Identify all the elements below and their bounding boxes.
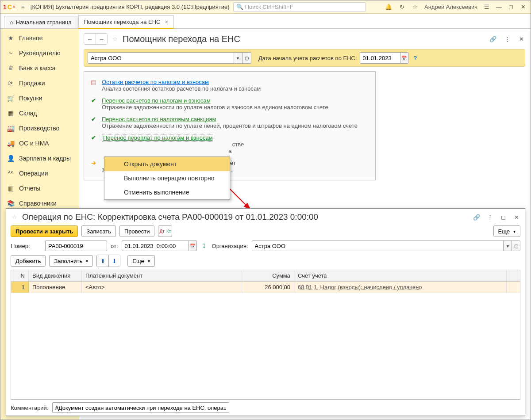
sidebar-item-1[interactable]: ～Руководителю: [0, 46, 78, 61]
org-open-icon[interactable]: ▢: [242, 53, 251, 63]
org-field[interactable]: ▾ ▢: [252, 241, 520, 251]
global-search[interactable]: 🔍 Поиск Ctrl+Shift+F: [233, 2, 366, 12]
cell-sum: 26 000,00: [241, 282, 294, 293]
sidebar-item-0[interactable]: ★Главное: [0, 31, 78, 46]
sidebar-item-8[interactable]: 👤Зарплата и кадры: [0, 151, 78, 166]
org-open-sub-icon[interactable]: ▢: [512, 241, 520, 251]
sidebar-item-10[interactable]: ▥Отчеты: [0, 181, 78, 196]
save-button[interactable]: Записать: [81, 225, 116, 237]
comment-field[interactable]: [52, 402, 229, 413]
col-kind[interactable]: Вид движения: [29, 270, 82, 281]
history-icon[interactable]: ↻: [398, 3, 406, 11]
sidebar-item-3[interactable]: 🛍Продажи: [0, 76, 78, 91]
sidebar-icon: ᴬᴷ: [7, 169, 15, 177]
doc-grid-toolbar: Добавить Заполнить ⬆ ⬇ Еще: [6, 253, 525, 270]
star-icon[interactable]: ☆: [411, 3, 419, 11]
tab-assistant[interactable]: Помощник перехода на ЕНС ×: [78, 15, 174, 29]
step-link[interactable]: Перенос расчетов по налоговым санкциям: [102, 116, 216, 122]
org-input-sub[interactable]: [252, 241, 504, 251]
close-icon[interactable]: ✕: [521, 4, 528, 11]
sidebar-item-5[interactable]: ▦Склад: [0, 106, 78, 121]
context-menu: Открыть документВыполнить операцию повто…: [104, 157, 230, 200]
bell-icon[interactable]: 🔔: [385, 3, 392, 11]
org-label: Организация:: [212, 243, 248, 249]
doc-fields-row: Номер: от: 📅 ↧ Организация: ▾ ▢: [6, 239, 525, 253]
col-acct[interactable]: Счет учета: [294, 270, 507, 281]
col-sum[interactable]: Сумма: [241, 270, 294, 281]
doc-grid[interactable]: N Вид движения Платежный документ Сумма …: [11, 270, 520, 400]
date-label: Дата начала учета расчетов по ЕНС:: [258, 55, 357, 61]
doc-star-icon[interactable]: ☆: [11, 213, 19, 221]
sidebar-item-2[interactable]: ₽Банк и касса: [0, 61, 78, 76]
titlebar: 1C≡ ≡ [КОПИЯ] Бухгалтерия предприятия КО…: [0, 0, 531, 14]
num-field[interactable]: [45, 241, 107, 251]
fill-button[interactable]: Заполнить: [49, 255, 93, 267]
sidebar-icon: 🛍: [7, 79, 15, 87]
tab-assistant-label: Помощник перехода на ЕНС: [84, 19, 161, 25]
step-link[interactable]: Остатки расчетов по налогам и взносам: [102, 79, 209, 85]
nav-back-button[interactable]: ←: [84, 34, 96, 44]
num-input[interactable]: [46, 241, 107, 251]
sidebar-item-9[interactable]: ᴬᴷОперации: [0, 166, 78, 181]
date-input[interactable]: [360, 53, 400, 63]
org-dropdown-icon[interactable]: ▾: [234, 53, 242, 63]
cell-kind: Пополнение: [29, 282, 82, 293]
step-link[interactable]: Перенос переплат по налогам и взносам: [102, 134, 214, 141]
doc-kebab-icon[interactable]: ⋮: [486, 213, 494, 221]
context-menu-item-2[interactable]: Отменить выполнение: [104, 185, 230, 199]
sidebar-icon: 📚: [7, 199, 15, 207]
table-row[interactable]: 1Пополнение<Авто>26 000,0068.01.1, Налог…: [11, 282, 520, 293]
menu-icon[interactable]: ≡: [19, 3, 27, 11]
dtKt-button[interactable]: ДтКт: [158, 225, 172, 237]
kebab-icon[interactable]: ⋮: [503, 35, 511, 43]
sidebar-item-4[interactable]: 🛒Покупки: [0, 91, 78, 106]
page-header: ← → ☆ Помощник перехода на ЕНС 🔗 ⋮ ✕: [78, 29, 531, 47]
post-and-close-button[interactable]: Провести и закрыть: [11, 225, 78, 237]
minimize-icon[interactable]: —: [496, 4, 503, 11]
favorite-star-icon[interactable]: ☆: [111, 35, 119, 43]
acct-link[interactable]: 68.01.1, Налог (взносы): начислено / упл…: [298, 284, 422, 290]
more-button-2[interactable]: Еще: [127, 255, 154, 267]
org-date-bar: ▾ ▢ Дата начала учета расчетов по ЕНС: 📅…: [84, 49, 525, 67]
comment-label: Комментарий:: [11, 405, 49, 411]
from-calendar-icon[interactable]: 📅: [189, 241, 196, 251]
context-menu-item-0[interactable]: Открыть документ: [104, 157, 230, 171]
tab-home[interactable]: ⌂ Начальная страница: [4, 16, 77, 28]
check-icon: ✔: [89, 134, 97, 154]
nav-forward-button[interactable]: →: [96, 34, 107, 44]
home-icon: ⌂: [10, 19, 13, 26]
cell-acct: 68.01.1, Налог (взносы): начислено / упл…: [294, 282, 507, 293]
context-menu-item-1[interactable]: Выполнить операцию повторно: [104, 171, 230, 185]
doc-close-icon[interactable]: ✕: [512, 213, 520, 221]
doc-maximize-icon[interactable]: ◻: [499, 213, 507, 221]
help-icon[interactable]: ?: [414, 55, 417, 61]
user-name[interactable]: Андрей Алексеевич: [424, 4, 477, 10]
sidebar-item-7[interactable]: 🚚ОС и НМА: [0, 136, 78, 151]
step-link[interactable]: Перенос расчетов по налогам и взносам: [102, 97, 211, 104]
more-button-1[interactable]: Еще: [493, 225, 520, 237]
org-dropdown-sub-icon[interactable]: ▾: [503, 241, 512, 251]
add-button[interactable]: Добавить: [11, 255, 46, 267]
page-close-icon[interactable]: ✕: [517, 35, 525, 43]
col-doc[interactable]: Платежный документ: [82, 270, 241, 281]
sidebar-item-6[interactable]: 🏭Производство: [0, 121, 78, 136]
org-input[interactable]: [88, 53, 234, 63]
col-n[interactable]: N: [11, 270, 29, 281]
comment-input[interactable]: [53, 403, 229, 412]
link-icon[interactable]: 🔗: [489, 35, 497, 43]
check-icon: ✔: [89, 97, 97, 111]
move-up-button[interactable]: ⬆: [97, 255, 108, 267]
col-tail: [507, 270, 520, 281]
move-down-button[interactable]: ⬇: [108, 255, 120, 267]
doc-link-icon[interactable]: 🔗: [473, 213, 481, 221]
refresh-link-icon[interactable]: ↧: [200, 242, 208, 250]
maximize-icon[interactable]: ◻: [508, 4, 516, 11]
calendar-icon[interactable]: 📅: [400, 53, 408, 63]
tab-close-icon[interactable]: ×: [165, 19, 168, 25]
date-combo[interactable]: 📅: [360, 52, 408, 64]
post-button[interactable]: Провести: [119, 225, 155, 237]
settings-icon[interactable]: ☰: [483, 3, 491, 11]
from-field[interactable]: 📅: [122, 241, 197, 251]
org-combo[interactable]: ▾ ▢: [88, 52, 251, 64]
from-input[interactable]: [122, 241, 189, 251]
